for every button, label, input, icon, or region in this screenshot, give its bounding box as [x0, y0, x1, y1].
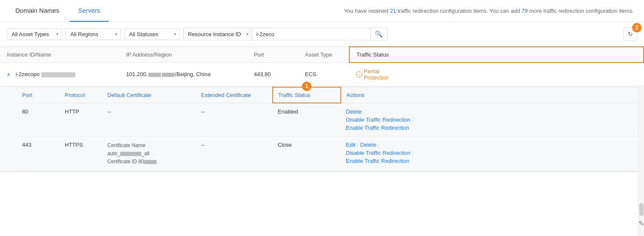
- asset-type-select[interactable]: All Asset Types: [7, 28, 62, 40]
- sub-port-443: 443: [17, 136, 60, 171]
- notice-remaining: 79: [522, 8, 528, 14]
- search-group: Resource Instance ID ▾ 🔍: [183, 28, 388, 40]
- edit-link-443[interactable]: Edit: [346, 142, 355, 148]
- sub-table-row-443: 443 HTTPS Certificate Name auto__all Cer…: [17, 136, 644, 171]
- sub-col-port: Port: [17, 87, 60, 103]
- sub-col-protocol: Protocol: [60, 87, 102, 103]
- filter-bar: All Asset Types ▾ All Regions ▾ All Stat…: [0, 22, 644, 46]
- sub-table-cell: Port Protocol Default Certificate Extend…: [0, 86, 644, 172]
- col-traffic-status: Traffic Status: [349, 47, 644, 63]
- sub-table-container: Port Protocol Default Certificate Extend…: [0, 86, 644, 172]
- delete-link-443[interactable]: Delete: [360, 142, 377, 148]
- expand-icon[interactable]: ∧: [7, 71, 11, 77]
- disable-link-80[interactable]: Disable Traffic Redirection: [346, 117, 411, 123]
- search-input[interactable]: [252, 29, 370, 40]
- top-bar: Domain Names Servers You have retained 2…: [0, 0, 644, 22]
- cert-name-suffix: _all: [141, 151, 150, 156]
- sub-traffic-status-80: Enabled: [273, 103, 341, 136]
- sub-default-cert-443: Certificate Name auto__all Certificate I…: [102, 136, 196, 171]
- sub-col-traffic-status: 1 Traffic Status: [273, 87, 341, 103]
- table-row: ∧ i-2zecopo 101.200./Beijing, China 443,…: [0, 63, 644, 86]
- enable-link-80[interactable]: Enable Traffic Redirection: [346, 125, 409, 131]
- main-table-header: Instance ID/Name IP Address/Region Port …: [0, 47, 644, 63]
- sub-table-badge: 1: [302, 82, 311, 91]
- notice-suffix: more traffic redirection configuration i…: [528, 8, 634, 14]
- notice-count: 21: [390, 8, 396, 14]
- status-filter[interactable]: All Statuses ▾: [124, 28, 180, 40]
- sub-col-default-cert: Default Certificate: [102, 87, 196, 103]
- partial-protection-icon: ○: [356, 71, 362, 77]
- action-row-edit-443: Edit | Delete |: [346, 142, 638, 148]
- asset-type-filter[interactable]: All Asset Types ▾: [7, 28, 62, 40]
- tab-domain-names[interactable]: Domain Names: [7, 0, 68, 22]
- sub-table-header: Port Protocol Default Certificate Extend…: [17, 87, 644, 103]
- partial-protection-status: ○ PartialProtection: [356, 68, 637, 81]
- region-select[interactable]: All Regions: [66, 28, 121, 40]
- col-instance: Instance ID/Name: [0, 47, 119, 63]
- ip-blur-1: [148, 73, 161, 77]
- sub-actions-80: Delete | Disable Traffic Redirection |: [341, 103, 644, 136]
- refresh-badge: 2: [632, 23, 641, 32]
- divider-443-1: |: [378, 142, 379, 148]
- divider-80-1: |: [364, 108, 365, 115]
- cert-name-prefix: auto_: [107, 151, 120, 156]
- delete-link-80[interactable]: Delete: [346, 108, 362, 115]
- col-ip: IP Address/Region: [119, 47, 247, 63]
- partial-protection-text: PartialProtection: [364, 68, 389, 81]
- divider-443-0: |: [357, 142, 358, 148]
- cert-id-blur: [144, 160, 157, 164]
- sub-protocol-80: HTTP: [60, 103, 102, 136]
- search-button[interactable]: 🔍: [370, 28, 387, 40]
- action-row-disable-443: Disable Traffic Redirection |: [346, 150, 638, 156]
- notice-prefix: You have retained: [344, 8, 390, 14]
- sub-table: Port Protocol Default Certificate Extend…: [17, 87, 644, 171]
- ip-blur-2: [162, 73, 175, 77]
- cert-id-label: Certificate ID 80: [107, 159, 144, 165]
- col-port: Port: [247, 47, 298, 63]
- col-asset-type: Asset Type: [298, 47, 349, 63]
- sub-col-actions: Actions: [341, 87, 644, 103]
- sub-extended-cert-443: --: [196, 136, 273, 171]
- search-type-select[interactable]: Resource Instance ID: [184, 29, 252, 40]
- cert-name-label: Certificate Name: [107, 142, 145, 148]
- sub-col-extended-cert: Extended Certificate: [196, 87, 273, 103]
- instance-id-blur: [41, 72, 75, 77]
- ip-region: /Beijing, China: [175, 71, 211, 77]
- port-cell: 443,80: [247, 63, 298, 86]
- traffic-status-cell: ○ PartialProtection: [349, 63, 644, 86]
- action-row-delete-80: Delete |: [346, 108, 638, 115]
- status-select[interactable]: All Statuses: [124, 28, 180, 40]
- sub-col-traffic-status-label: Traffic Status: [278, 92, 310, 98]
- sub-traffic-status-443: Close: [273, 136, 341, 171]
- cert-info: Certificate Name auto__all Certificate I…: [107, 142, 191, 166]
- notice-bar: You have retained 21 traffic redirection…: [110, 8, 637, 14]
- enable-link-443[interactable]: Enable Traffic Redirection: [346, 158, 409, 164]
- sub-actions-443: Edit | Delete | Disable Traffic Redirect…: [341, 136, 644, 171]
- main-table: Instance ID/Name IP Address/Region Port …: [0, 46, 644, 172]
- action-row-disable-80: Disable Traffic Redirection |: [346, 117, 638, 123]
- action-row-enable-443: Enable Traffic Redirection: [346, 158, 638, 164]
- sub-default-cert-80: --: [102, 103, 196, 136]
- cert-name-blur: [120, 152, 141, 156]
- action-group-80: Delete | Disable Traffic Redirection |: [346, 108, 638, 131]
- scrollbar[interactable]: ✎: [638, 85, 644, 172]
- ip-cell: 101.200./Beijing, China: [119, 63, 247, 86]
- sub-protocol-443: HTTPS: [60, 136, 102, 171]
- region-filter[interactable]: All Regions ▾: [66, 28, 121, 40]
- sub-table-row: Port Protocol Default Certificate Extend…: [0, 86, 644, 172]
- divider-80-2: |: [412, 117, 414, 123]
- sub-port-80: 80: [17, 103, 60, 136]
- instance-cell: ∧ i-2zecopo: [0, 63, 119, 86]
- instance-id-text: i-2zecopo: [16, 71, 40, 77]
- action-group-443: Edit | Delete | Disable Traffic Redirect…: [346, 142, 638, 164]
- divider-443-2: |: [412, 150, 414, 156]
- disable-link-443[interactable]: Disable Traffic Redirection: [346, 150, 411, 156]
- sub-table-row-80: 80 HTTP -- -- Enabled Delete |: [17, 103, 644, 136]
- ip-prefix: 101.200.: [126, 71, 148, 77]
- sub-extended-cert-80: --: [196, 103, 273, 136]
- tab-servers[interactable]: Servers: [69, 0, 109, 22]
- action-row-enable-80: Enable Traffic Redirection: [346, 125, 638, 131]
- notice-middle: traffic redirection configuration items.…: [396, 8, 522, 14]
- refresh-button-wrapper: ↻ 2: [624, 27, 637, 41]
